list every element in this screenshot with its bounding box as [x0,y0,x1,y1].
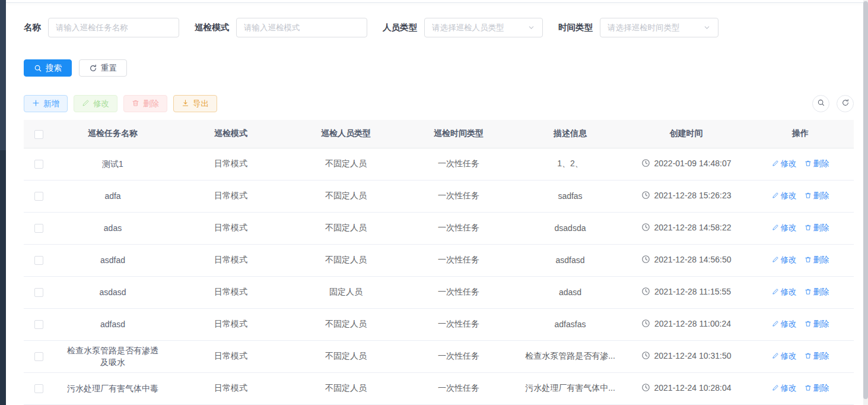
trash-icon [132,99,139,109]
cell-time-type: 一次性任务 [402,148,515,180]
cell-mode: 日常模式 [172,372,290,404]
export-button[interactable]: 导出 [173,95,217,112]
search-icon [34,64,42,72]
cell-actions: 修改 删除 [747,372,854,404]
time-type-label: 时间类型 [558,22,593,33]
clock-icon [641,287,650,296]
search-form: 名称 巡检模式 人员类型 请选择巡检人员类型 时间类型 请选择巡检时 [24,18,854,37]
column-person-type: 巡检人员类型 [290,120,402,148]
table-row[interactable]: 测试1 日常模式 不固定人员 一次性任务 1、2、 2022-01-09 14:… [24,148,854,180]
row-edit-link[interactable]: 修改 [772,255,797,265]
row-edit-link[interactable]: 修改 [772,159,797,169]
cell-desc: 污水处理厂有害气体中... [515,372,625,404]
add-button[interactable]: 新增 [24,95,68,112]
select-all-checkbox[interactable] [34,130,43,139]
row-checkbox[interactable] [34,192,43,201]
cell-created: 2022-01-09 14:48:07 [625,148,747,180]
cell-task-name: adas [53,212,172,244]
collapsed-sidebar[interactable] [0,0,6,405]
pencil-icon [772,288,779,297]
table-row[interactable]: adas 日常模式 不固定人员 一次性任务 dsadsda 2021-12-28… [24,212,854,244]
cell-created: 2021-12-24 10:31:50 [625,340,747,372]
toggle-search-button[interactable] [812,95,829,112]
clock-icon [641,351,650,360]
cell-mode: 日常模式 [172,148,290,180]
refresh-icon [841,99,850,109]
form-item-mode: 巡检模式 [195,18,367,37]
table-row[interactable]: adfasd 日常模式 不固定人员 一次性任务 adfasfas 2021-12… [24,308,854,340]
row-checkbox[interactable] [34,320,43,329]
table-row[interactable]: 污水处理厂有害气体中毒 日常模式 不固定人员 一次性任务 污水处理厂有害气体中.… [24,372,854,404]
row-delete-link[interactable]: 删除 [805,383,829,394]
download-icon [182,99,189,109]
inspection-mode-input[interactable] [236,18,367,37]
row-delete-link[interactable]: 删除 [805,319,829,330]
row-delete-link[interactable]: 删除 [805,287,829,298]
person-type-select[interactable]: 请选择巡检人员类型 [424,18,543,37]
cell-created: 2021-12-28 15:26:23 [625,180,747,212]
edit-button-label: 修改 [93,99,109,109]
row-checkbox[interactable] [34,352,43,361]
name-label: 名称 [24,22,41,33]
row-checkbox[interactable] [34,224,43,233]
refresh-table-button[interactable] [837,95,854,112]
cell-created: 2021-12-28 14:58:22 [625,212,747,244]
search-button[interactable]: 搜索 [24,59,72,77]
created-time-text: 2021-12-28 14:58:22 [654,223,732,232]
cell-created: 2021-12-28 14:56:50 [625,244,747,276]
created-time-text: 2021-12-28 11:00:24 [654,319,731,328]
row-delete-link[interactable]: 删除 [805,255,829,265]
column-task-name: 巡检任务名称 [53,120,172,148]
row-checkbox[interactable] [34,384,43,393]
time-type-placeholder: 请选择巡检时间类型 [608,23,680,33]
row-delete-link[interactable]: 删除 [805,351,829,362]
row-edit-link[interactable]: 修改 [772,319,797,330]
cell-actions: 修改 删除 [747,308,854,340]
trash-icon [805,256,812,265]
created-time-text: 2021-12-28 14:56:50 [654,255,732,264]
cell-time-type: 一次性任务 [402,180,515,212]
cell-person-type: 不固定人员 [290,148,402,180]
search-icon [817,99,825,109]
table-toolbar: 新增 修改 删除 导出 [24,95,854,112]
cell-desc: sadfas [515,180,625,212]
cell-person-type: 不固定人员 [290,212,402,244]
cell-task-name: adfa [53,180,172,212]
edit-button[interactable]: 修改 [74,95,117,112]
time-type-select[interactable]: 请选择巡检时间类型 [600,18,718,37]
scrollbar-thumb[interactable] [863,1,868,399]
cell-task-name: asdfad [53,244,172,276]
cell-task-name: 检查水泵管路是否有渗透及吸水 [53,340,172,372]
row-edit-link[interactable]: 修改 [772,351,797,362]
table-row[interactable]: adfa 日常模式 不固定人员 一次性任务 sadfas 2021-12-28 … [24,180,854,212]
row-delete-link[interactable]: 删除 [805,223,829,233]
delete-button[interactable]: 删除 [123,95,167,112]
row-delete-link[interactable]: 删除 [805,191,829,201]
created-time-text: 2021-12-24 10:31:50 [654,351,732,360]
row-checkbox[interactable] [34,160,43,169]
plus-icon [32,99,40,109]
table-header-row: 巡检任务名称 巡检模式 巡检人员类型 巡检时间类型 描述信息 创建时间 操作 [24,120,854,148]
trash-icon [805,320,812,329]
row-checkbox[interactable] [34,288,43,297]
sidebar-segment-bottom [0,150,6,405]
row-edit-link[interactable]: 修改 [772,383,797,394]
row-edit-link[interactable]: 修改 [772,287,797,298]
pencil-icon [772,320,779,329]
reset-button[interactable]: 重置 [79,59,127,77]
table-row[interactable]: 检查水泵管路是否有渗透及吸水 日常模式 不固定人员 一次性任务 检查水泵管路是否… [24,340,854,372]
row-delete-link[interactable]: 删除 [805,159,829,169]
row-checkbox[interactable] [34,256,43,265]
created-time-text: 2021-12-24 10:28:04 [654,383,732,393]
task-name-input[interactable] [48,18,179,37]
cell-desc: asdfasd [515,244,625,276]
cell-task-name: 测试1 [53,148,172,180]
row-edit-link[interactable]: 修改 [772,223,797,233]
table-row[interactable]: asdasd 日常模式 固定人员 一次性任务 adasd 2021-12-28 … [24,276,854,308]
search-button-label: 搜索 [46,63,62,74]
row-edit-link[interactable]: 修改 [772,191,797,201]
cell-task-name: asdasd [53,276,172,308]
vertical-scrollbar[interactable] [863,0,868,405]
trash-icon [805,192,812,201]
table-row[interactable]: asdfad 日常模式 不固定人员 一次性任务 asdfasd 2021-12-… [24,244,854,276]
